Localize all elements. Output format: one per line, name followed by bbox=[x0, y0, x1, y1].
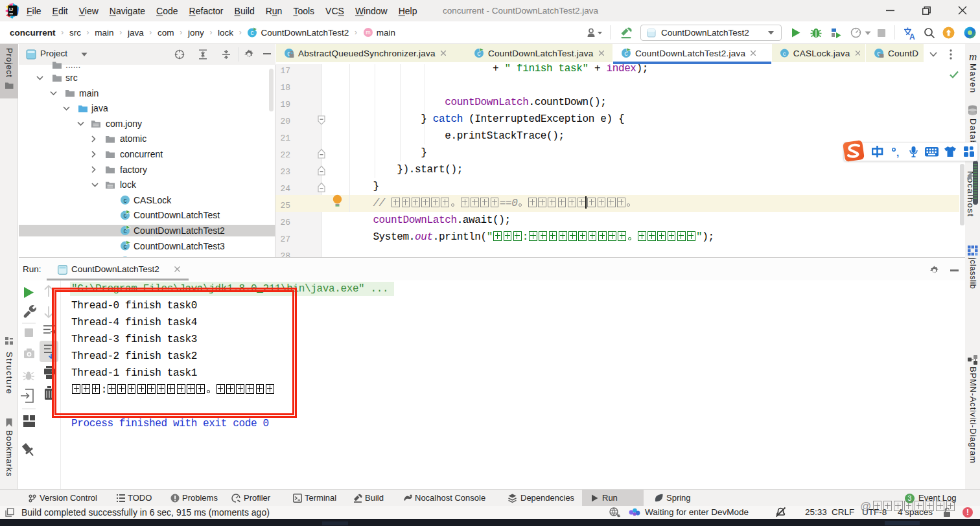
svg-text:......: ...... bbox=[65, 60, 80, 70]
svg-text:A: A bbox=[909, 32, 915, 40]
svg-text:m: m bbox=[366, 29, 371, 36]
svg-text:com.jony: com.jony bbox=[106, 119, 142, 129]
svg-text:,: , bbox=[896, 147, 899, 158]
svg-text:CountDownLatchTest: CountDownLatchTest bbox=[134, 210, 220, 220]
svg-text:src: src bbox=[65, 73, 78, 83]
svg-text:concurrent: concurrent bbox=[120, 149, 163, 159]
svg-text:factory: factory bbox=[120, 165, 147, 175]
svg-text:CountDownLatchTest2: CountDownLatchTest2 bbox=[134, 225, 225, 236]
svg-text:atomic: atomic bbox=[120, 133, 146, 144]
svg-text:c: c bbox=[251, 29, 254, 36]
svg-text:IJ: IJ bbox=[9, 6, 13, 12]
svg-text:CountDownLatchTest3: CountDownLatchTest3 bbox=[134, 241, 225, 251]
svg-text:java: java bbox=[91, 103, 108, 113]
svg-text:CASLock: CASLock bbox=[134, 195, 172, 205]
svg-text:lock: lock bbox=[120, 179, 137, 190]
svg-text:main: main bbox=[79, 88, 99, 98]
